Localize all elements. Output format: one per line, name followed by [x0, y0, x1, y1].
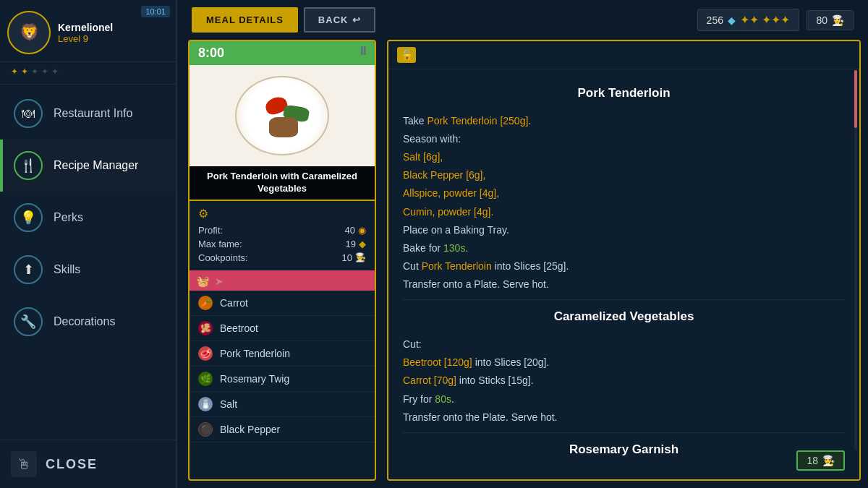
carrot-amount: Carrot [70g] [403, 374, 456, 386]
star-icon-3: ✦ [31, 67, 38, 77]
diamonds-value: 256 [707, 14, 723, 26]
sidebar-item-label: Skills [54, 263, 80, 276]
close-label: CLOSE [46, 457, 98, 472]
recipe-divider-1 [403, 299, 845, 300]
recipe-ing-6: Carrot [70g] into Sticks [15g]. [403, 372, 845, 390]
ingredient-name: Carrot [220, 297, 248, 309]
fame-value: 19 ◆ [346, 239, 366, 249]
stats-section: ⚙ Profit: 40 ◉ Max fame: 19 ◆ Cookpoints… [190, 200, 375, 270]
recipe-divider-2 [403, 432, 845, 433]
cut-ingredient: Pork Tenderloin [422, 260, 492, 272]
sidebar-item-restaurant-info[interactable]: 🍽 Restaurant Info [0, 87, 176, 140]
meal-time-header: 8:00 ⏸ [190, 41, 375, 65]
recipe-icon: 🍴 [14, 151, 43, 180]
recipe-ing-3: Allspice, powder [4g], [403, 184, 845, 202]
restaurant-icon: 🍽 [14, 99, 43, 128]
profit-value: 40 ◉ [345, 225, 366, 236]
profit-label: Profit: [198, 225, 223, 236]
food-brown [269, 117, 298, 137]
meal-details-button[interactable]: MEAL DETAILS [192, 7, 298, 33]
chef-hat-icon-bottom: 👨‍🍳 [822, 455, 835, 466]
meal-name: Pork Tenderloin with Caramelized Vegetab… [190, 166, 375, 200]
pepper-highlight: Black Pepper [6g], [403, 169, 485, 181]
pause-icon[interactable]: ⏸ [357, 45, 369, 58]
star-icon-2: ✦ [21, 67, 28, 77]
fry-time: 80s [435, 393, 451, 405]
cookpoints-value: 10 👨‍🍳 [342, 252, 366, 263]
bake-time: 130s [443, 242, 465, 254]
ingredient-name: Rosemary Twig [220, 373, 289, 385]
skills-icon: ⬆ [14, 255, 43, 284]
chef-hat-icon: 👨‍🍳 [832, 14, 844, 26]
profile-area: 🦁 Kernelionel Level 9 10:01 [0, 0, 176, 62]
recipe-line-5: Cut Pork Tenderloin into Slices [25g]. [403, 257, 845, 275]
sidebar-item-perks[interactable]: 💡 Perks [0, 192, 176, 244]
recipe-ing-5: Beetroot [120g] into Slices [20g]. [403, 354, 845, 372]
rosemary-icon: 🌿 [198, 372, 213, 386]
nav-divider [0, 84, 176, 85]
recipe-line-1: Take Pork Tenderloin [250g]. [403, 112, 845, 130]
recipe-line-6: Transfer onto a Plate. Serve hot. [403, 275, 845, 294]
top-bar: MEAL DETAILS BACK ↩ 256 ◆ ✦✦ ✦✦✦ 80 👨‍🍳 [177, 7, 868, 33]
close-button[interactable]: 🖱 CLOSE [0, 440, 176, 488]
fame-icon: ◆ [359, 239, 366, 249]
recipe-line-4: Bake for 130s. [403, 239, 845, 257]
beetroot-icon: 🫚 [198, 321, 213, 335]
recipe-ing-4: Cumin, powder [4g]. [403, 203, 845, 221]
cp-icon: 👨‍🍳 [355, 252, 366, 262]
coin-icon: ◉ [358, 225, 366, 236]
recipe-line-3: Place on a Baking Tray. [403, 221, 845, 239]
main-area: MEAL DETAILS BACK ↩ 256 ◆ ✦✦ ✦✦✦ 80 👨‍🍳 … [177, 0, 868, 488]
toolbar-left: MEAL DETAILS BACK ↩ [192, 7, 375, 33]
ingredient-highlight: Pork Tenderloin [250g] [427, 115, 528, 127]
left-card: 8:00 ⏸ Pork Tenderloin with Caramelized … [188, 40, 376, 481]
sidebar-item-skills[interactable]: ⬆ Skills [0, 244, 176, 296]
fame-label: Max fame: [198, 239, 242, 249]
player-name: Kernelionel [58, 22, 113, 33]
diamond-icon: ◆ [728, 14, 736, 26]
ingredient-name: Beetroot [220, 322, 258, 334]
meal-time: 8:00 [198, 46, 224, 61]
scroll-thumb [854, 70, 857, 128]
recipe-content: Pork Tenderloin Take Pork Tenderloin [25… [388, 69, 859, 481]
settings-icon: ⚙ [198, 207, 366, 221]
recipe-line-8: Fry for 80s. [403, 390, 845, 408]
recipe-line-9: Transfer onto the Plate. Serve hot. [403, 408, 845, 427]
back-button[interactable]: BACK ↩ [304, 7, 376, 33]
star-icon-4: ✦ [41, 67, 48, 77]
salt-highlight: Salt [6g], [403, 151, 443, 163]
ingredient-pork: 🥩 Pork Tenderloin [190, 341, 375, 367]
recipe-padding-bottom [403, 468, 845, 481]
back-label: BACK [318, 14, 349, 25]
recipe-line-2: Season with: [403, 130, 845, 148]
fame-row: Max fame: 19 ◆ [198, 237, 366, 251]
pepper-icon: ⚫ [198, 422, 213, 437]
salt-icon: 🧂 [198, 397, 213, 411]
recipe-panel: 🔓 Pork Tenderloin Take Pork Tenderloin [… [387, 40, 861, 481]
ingredient-carrot: 🥕 Carrot [190, 291, 375, 316]
cumin-highlight: Cumin, powder [4g]. [403, 206, 493, 218]
recipe-ing-1: Salt [6g], [403, 148, 845, 166]
ingredient-pepper: ⚫ Black Pepper [190, 417, 375, 442]
ingredient-name: Salt [220, 398, 237, 410]
cookpoints-row: Cookpoints: 10 👨‍🍳 [198, 251, 366, 265]
recipe-ing-2: Black Pepper [6g], [403, 166, 845, 184]
ingredients-header: 🧺 ➤ [190, 272, 375, 291]
close-icon: 🖱 [11, 451, 37, 477]
pork-icon: 🥩 [198, 346, 213, 361]
sidebar-item-label: Restaurant Info [54, 107, 132, 120]
sidebar-item-label: Recipe Manager [54, 159, 138, 172]
sidebar-item-recipe-manager[interactable]: 🍴 Recipe Manager [0, 140, 176, 192]
sidebar-item-decorations[interactable]: 🔧 Decorations [0, 296, 176, 348]
ingredient-name: Pork Tenderloin [220, 348, 290, 359]
arrow-icon: ➤ [215, 275, 224, 287]
scrollbar[interactable] [854, 70, 857, 450]
meal-plate [235, 76, 329, 155]
star-icon-5: ✦ [51, 67, 59, 77]
meal-image [190, 65, 375, 166]
lock-icon: 🔓 [397, 47, 416, 63]
profile-info: Kernelionel Level 9 [58, 22, 113, 44]
allspice-highlight: Allspice, powder [4g], [403, 187, 499, 199]
ingredient-name: Black Pepper [220, 424, 280, 435]
cookpoints-badge: 80 👨‍🍳 [807, 10, 854, 30]
